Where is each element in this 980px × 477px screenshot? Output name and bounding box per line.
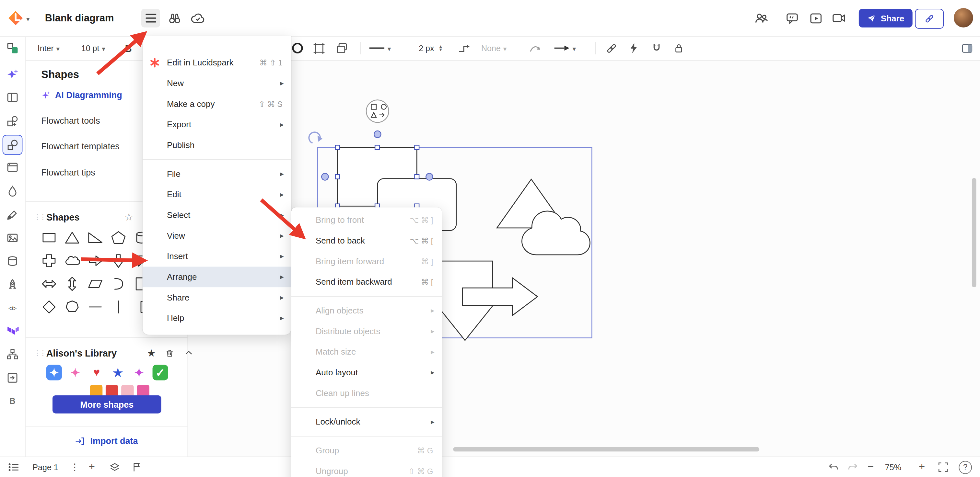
- drag-handle-icon[interactable]: ⋮⋮: [34, 349, 41, 357]
- more-shapes-button[interactable]: More shapes: [52, 395, 161, 414]
- submenu-item-bring-item-forward[interactable]: Bring item forward ⌘ ]: [291, 251, 442, 272]
- image-icon[interactable]: [4, 229, 21, 247]
- submenu-item-match-size[interactable]: Match size: [291, 342, 442, 362]
- shape-cloud[interactable]: [60, 249, 84, 272]
- avatar[interactable]: [954, 8, 973, 27]
- menu-item-select[interactable]: Select: [143, 205, 291, 226]
- magnetize-button[interactable]: [650, 36, 663, 60]
- shape-cross[interactable]: [38, 249, 60, 272]
- menu-item-insert[interactable]: Insert: [143, 246, 291, 267]
- code-icon[interactable]: </>: [4, 299, 21, 317]
- rotate-handle[interactable]: [309, 132, 323, 143]
- ink-droplet-icon[interactable]: [4, 182, 21, 200]
- copy-link-button[interactable]: [915, 9, 944, 29]
- submenu-item-distribute-objects[interactable]: Distribute objects: [291, 321, 442, 342]
- collapse-library-button[interactable]: [184, 348, 194, 358]
- menu-item-publish[interactable]: Publish: [143, 135, 291, 156]
- terraform-icon[interactable]: [4, 322, 21, 340]
- shape-line[interactable]: [84, 295, 107, 319]
- menu-item-edit-in-lucidspark[interactable]: Edit in Lucidspark ⌘ ⇧ 1: [143, 52, 291, 73]
- menu-item-share[interactable]: Share: [143, 287, 291, 308]
- menu-item-file[interactable]: File: [143, 163, 291, 184]
- shape-triangle[interactable]: [60, 226, 84, 249]
- org-chart-icon[interactable]: [4, 345, 21, 363]
- document-title[interactable]: Blank diagram: [45, 0, 114, 36]
- shape-double-arrow-horizontal[interactable]: [38, 273, 60, 295]
- submenu-item-align-objects[interactable]: Align objects: [291, 301, 442, 321]
- submenu-item-send-item-backward[interactable]: Send item backward ⌘ [: [291, 272, 442, 292]
- comments-button[interactable]: [785, 0, 799, 36]
- undo-button[interactable]: [827, 457, 840, 477]
- font-size-select[interactable]: 10 pt: [81, 36, 105, 60]
- shape-diamond[interactable]: [38, 295, 60, 319]
- font-select[interactable]: Inter: [38, 36, 60, 60]
- horizontal-scrollbar[interactable]: [453, 447, 759, 452]
- menu-item-view[interactable]: View: [143, 225, 291, 246]
- shape-arrow-down[interactable]: [107, 249, 130, 272]
- menu-item-arrange[interactable]: Arrange: [143, 266, 291, 287]
- pages-list-button[interactable]: [8, 457, 20, 477]
- shape-pentagon[interactable]: [107, 226, 130, 249]
- check-icon[interactable]: ✓: [153, 364, 168, 380]
- right-panel-toggle[interactable]: [961, 36, 974, 60]
- line-width-stepper[interactable]: 2 px ▲▼: [419, 36, 443, 60]
- submenu-item-auto-layout[interactable]: Auto layout: [291, 362, 442, 383]
- help-button[interactable]: ?: [959, 457, 972, 477]
- badge-icon[interactable]: ✦: [46, 364, 62, 380]
- video-button[interactable]: [831, 0, 846, 36]
- confetti-icon[interactable]: ✦: [131, 364, 147, 380]
- shape-right-triangle[interactable]: [84, 226, 107, 249]
- zoom-level[interactable]: 75%: [885, 457, 901, 477]
- ai-sparkle-icon[interactable]: [4, 65, 21, 83]
- data-cylinder-icon[interactable]: [4, 252, 21, 270]
- shape-double-arrow-vertical[interactable]: [60, 273, 84, 295]
- more-shapes-strip-icon[interactable]: [4, 113, 21, 130]
- bold-button[interactable]: B: [125, 36, 132, 60]
- page-tab[interactable]: Page 1: [32, 457, 58, 477]
- freehand-brush-icon[interactable]: [4, 206, 21, 223]
- curve-button[interactable]: [528, 36, 542, 60]
- connector-type-button[interactable]: [458, 36, 471, 60]
- menu-item-help[interactable]: Help: [143, 308, 291, 329]
- submenu-item-group[interactable]: Group ⌘ G: [291, 441, 442, 461]
- layers-button[interactable]: [109, 457, 121, 477]
- shape-library-icon[interactable]: [3, 135, 23, 155]
- menu-item-new[interactable]: New: [143, 73, 291, 94]
- sidebar-item-ai-diagramming[interactable]: AI Diagramming: [41, 87, 122, 102]
- shape-parallelogram[interactable]: [84, 273, 107, 295]
- find-button[interactable]: [167, 0, 182, 36]
- submenu-item-bring-to-front[interactable]: Bring to front ⌥ ⌘ ]: [291, 210, 442, 231]
- hyperlink-button[interactable]: [605, 36, 618, 60]
- submenu-item-send-to-back[interactable]: Send to back ⌥ ⌘ [: [291, 231, 442, 251]
- theme-button[interactable]: [335, 36, 349, 60]
- submenu-item-ungroup[interactable]: Ungroup ⇧ ⌘ G: [291, 461, 442, 477]
- add-page-button[interactable]: +: [89, 457, 95, 477]
- import-strip-icon[interactable]: [4, 369, 21, 387]
- submenu-item-lock-unlock[interactable]: Lock/unlock: [291, 412, 442, 432]
- shape-heptagon[interactable]: [60, 295, 84, 319]
- zoom-out-button[interactable]: −: [867, 457, 874, 477]
- drag-handle-icon[interactable]: ⋮⋮: [34, 213, 41, 221]
- favorited-star-icon[interactable]: [147, 347, 156, 359]
- group-badge[interactable]: [366, 100, 388, 122]
- frame-button[interactable]: [312, 36, 325, 60]
- vertical-scrollbar[interactable]: [972, 178, 977, 287]
- share-button[interactable]: Share: [859, 9, 913, 27]
- frames-icon[interactable]: [4, 89, 21, 106]
- quick-shape-icon[interactable]: [4, 39, 21, 57]
- cloud-save-status[interactable]: [190, 0, 205, 36]
- menu-item-make-a-copy[interactable]: Make a copy ⇧ ⌘ S: [143, 93, 291, 114]
- shape-arrow-right[interactable]: [84, 249, 107, 272]
- zoom-in-button[interactable]: +: [919, 457, 925, 477]
- logo-chevron-icon[interactable]: [26, 0, 30, 36]
- shape-outline-button[interactable]: [291, 36, 304, 60]
- redo-button[interactable]: [846, 457, 859, 477]
- favorite-star-icon[interactable]: [124, 211, 134, 223]
- sparkle-icon[interactable]: ✦: [67, 364, 83, 380]
- heart-icon[interactable]: ♥: [89, 364, 104, 380]
- delete-library-button[interactable]: [165, 347, 175, 358]
- rocket-icon[interactable]: [4, 276, 21, 293]
- main-menu-button[interactable]: [141, 0, 160, 36]
- arrowhead-select[interactable]: [554, 36, 576, 60]
- star-icon[interactable]: ★: [110, 364, 126, 380]
